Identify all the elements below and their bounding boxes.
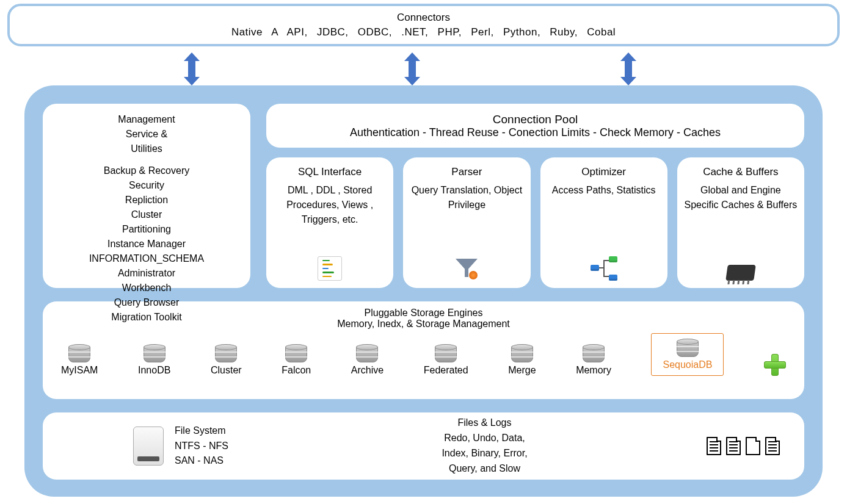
connectors-title: Connectors: [397, 12, 450, 24]
engine-item: Cluster: [211, 344, 242, 376]
engine-item: Falcon: [282, 344, 311, 376]
chip-icon: [725, 265, 756, 281]
document-icon: [746, 437, 760, 455]
database-icon: [677, 339, 699, 357]
database-icon: [68, 344, 90, 362]
list-item: Instance Manager: [49, 237, 244, 251]
list-item: Cluster: [49, 207, 244, 222]
management-heading: Management Service & Utilities: [49, 112, 244, 156]
list-item: Repliction: [49, 193, 244, 207]
database-icon: [144, 344, 165, 362]
database-icon: [285, 344, 307, 362]
document-icon: [765, 437, 780, 455]
storage-layer-card: File System NTFS - NFS SAN - NAS Files &…: [43, 412, 804, 480]
connection-pool-title: Connection Pool: [493, 113, 578, 126]
files-logs-block: Files & Logs Redo, Undo, Data, Index, Bi…: [275, 416, 694, 476]
optimizer-card: Optimizer Access Paths, Statistics: [540, 157, 667, 288]
parser-card: Parser Query Translation, Object Privile…: [403, 157, 530, 288]
database-icon: [435, 344, 457, 362]
list-item: Backup & Recovery: [49, 164, 244, 178]
connection-pool-card: Connection Pool Authentication - Thread …: [266, 104, 804, 148]
code-lines-icon: [318, 256, 342, 281]
list-item: Query Browser: [49, 295, 244, 310]
list-item: Partitioning: [49, 222, 244, 237]
management-card: Management Service & Utilities Backup & …: [43, 104, 250, 288]
arrow-bidirectional-icon: [407, 52, 418, 85]
connectors-list: Native A API, JDBC, ODBC, .NET, PHP, Per…: [231, 26, 616, 38]
add-engine: [764, 354, 786, 376]
filesystem-block: File System NTFS - NFS SAN - NAS: [55, 423, 275, 469]
flowchart-icon: [591, 256, 617, 281]
document-icon: [707, 437, 721, 455]
architecture-main-panel: Management Service & Utilities Backup & …: [24, 85, 823, 497]
disk-icon: [133, 427, 164, 466]
list-item: INFORMATION_SCHEMA: [49, 251, 244, 266]
arrow-bidirectional-icon: [186, 52, 197, 85]
engine-item: Merge: [508, 344, 536, 376]
funnel-icon: [454, 256, 479, 281]
engine-item: Archive: [351, 344, 384, 376]
list-item: Security: [49, 178, 244, 193]
database-icon: [356, 344, 378, 362]
engine-highlight: SequoiaDB: [651, 333, 724, 376]
engine-item: InnoDB: [138, 344, 170, 376]
arrow-bidirectional-icon: [623, 52, 634, 85]
plus-icon: [764, 354, 786, 376]
connection-pool-line: Authentication - Thread Reuse - Conectio…: [350, 126, 721, 139]
list-item: Workbench: [49, 281, 244, 295]
list-item: Administrator: [49, 266, 244, 281]
engine-item: Memory: [576, 344, 611, 376]
database-icon: [583, 344, 605, 362]
document-icon: [726, 437, 741, 455]
cache-buffers-card: Cache & Buffers Global and Engine Specif…: [677, 157, 804, 288]
engine-item: Federated: [424, 344, 468, 376]
database-icon: [215, 344, 237, 362]
connectors-box: Connectors Native A API, JDBC, ODBC, .NE…: [7, 4, 840, 46]
list-item: Migration Toolkit: [49, 310, 244, 325]
sql-interface-card: SQL Interface DML , DDL , Stored Procedu…: [266, 157, 393, 288]
database-icon: [511, 344, 533, 362]
engine-item: MyISAM: [61, 344, 98, 376]
files-icons: [694, 437, 792, 455]
